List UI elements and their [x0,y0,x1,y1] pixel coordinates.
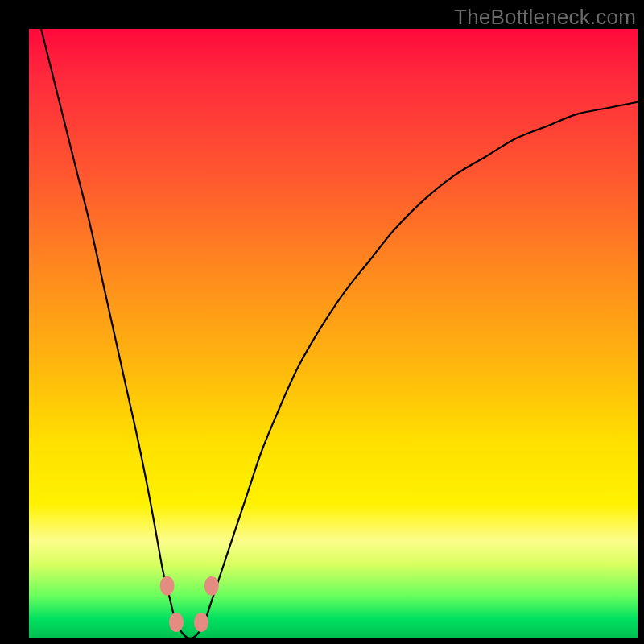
marker-right-upper [204,576,219,596]
marker-left-lower [169,613,184,632]
bottleneck-curve [41,29,638,638]
chart-frame: TheBottleneck.com [0,0,644,644]
curve-layer [29,29,638,638]
watermark-text: TheBottleneck.com [454,5,636,30]
marker-left-upper [160,576,175,596]
plot-area [29,29,638,638]
marker-right-lower [194,613,208,632]
